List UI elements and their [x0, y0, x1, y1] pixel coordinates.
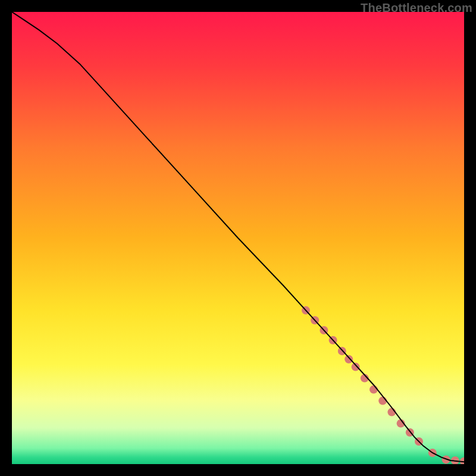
plot-area [12, 12, 464, 464]
chart-stage: TheBottleneck.com [0, 0, 476, 476]
highlight-dot [345, 355, 353, 364]
bottleneck-curve-line [12, 12, 464, 462]
watermark-text: TheBottleneck.com [361, 1, 472, 15]
highlight-dot [460, 457, 464, 464]
chart-svg [12, 12, 464, 464]
highlight-dot [352, 363, 360, 371]
highlight-dots-group [302, 306, 464, 464]
